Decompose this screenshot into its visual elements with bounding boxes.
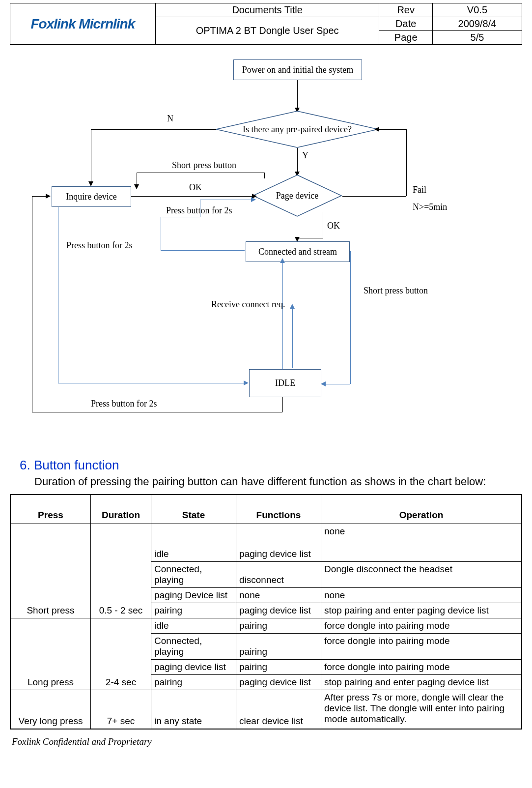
flow-start-box: Power on and initial the system [233, 59, 362, 80]
cell-state: Connected, playing [151, 633, 236, 659]
th-operation: Operation [321, 495, 522, 524]
flow-press2s-label-b: Press button for 2s [66, 240, 133, 251]
cell-op: force dongle into pairing mode [321, 659, 522, 674]
cell-func: none [236, 587, 321, 603]
flow-page-text: Page device [253, 175, 341, 217]
flow-receive-label: Receive connect req. [211, 299, 285, 310]
cell-op: none [321, 587, 522, 603]
cell-func: clear device list [236, 690, 321, 729]
flow-ok-label-2: OK [327, 221, 340, 231]
flow-ok-label-1: OK [189, 182, 202, 193]
flow-n-label: N [167, 114, 173, 124]
footer-text: Foxlink Confidential and Proprietary [12, 736, 522, 747]
page-value: 5/5 [432, 31, 522, 45]
cell-op: force dongle into pairing mode [321, 633, 522, 659]
cell-press-0: Short press [10, 524, 91, 618]
cell-func: paging device list [236, 674, 321, 690]
flow-press2s-label-c: Press button for 2s [91, 399, 157, 409]
cell-func: disconnect [236, 561, 321, 587]
th-functions: Functions [236, 495, 321, 524]
flow-decision-text: Is there any pre-paired device? [216, 111, 378, 148]
th-state: State [151, 495, 236, 524]
cell-op: After press 7s or more, dongle will clea… [321, 690, 522, 729]
doc-header-table: Foxlink Micrnlink Documents Title Rev V0… [10, 3, 522, 45]
cell-duration-1: 2-4 sec [91, 618, 151, 690]
cell-state: in any state [151, 690, 236, 729]
rev-label: Rev [379, 3, 432, 17]
flow-fail-cond-label: N>=5min [413, 202, 447, 212]
cell-func: pairing [236, 618, 321, 633]
cell-op: Dongle disconnect the headset [321, 561, 522, 587]
cell-duration-2: 7+ sec [91, 690, 151, 729]
button-function-table: Press Duration State Functions Operation… [10, 494, 522, 730]
cell-func: pairing [236, 633, 321, 659]
section-intro: Duration of pressing the pairing button … [34, 475, 522, 489]
flow-fail-label: Fail [413, 185, 426, 195]
cell-press-2: Very long press [10, 690, 91, 729]
cell-func: paging device list [236, 603, 321, 618]
th-press: Press [10, 495, 91, 524]
cell-state: pairing [151, 674, 236, 690]
flow-short-press-label-2: Short press button [364, 286, 428, 296]
cell-op: none [321, 524, 522, 561]
cell-state: idle [151, 618, 236, 633]
cell-press-1: Long press [10, 618, 91, 690]
cell-state: pairing [151, 603, 236, 618]
date-value: 2009/8/4 [432, 17, 522, 31]
cell-state: paging device list [151, 659, 236, 674]
logo-text: Foxlink Micrnlink [31, 16, 135, 32]
logo: Foxlink Micrnlink [10, 3, 155, 44]
cell-func: paging device list [236, 524, 321, 561]
flow-idle-box: IDLE [249, 369, 321, 397]
cell-func: pairing [236, 659, 321, 674]
flow-y-label: Y [302, 150, 308, 161]
rev-value: V0.5 [432, 3, 522, 17]
th-duration: Duration [91, 495, 151, 524]
flow-connected-box: Connected and stream [246, 241, 350, 262]
doc-title-label: Documents Title [155, 3, 379, 17]
logo-cell: Foxlink Micrnlink [10, 3, 156, 45]
cell-op: stop pairing and enter paging device lis… [321, 603, 522, 618]
flow-press2s-label-a: Press button for 2s [166, 205, 232, 216]
cell-op: force dongle into pairing mode [321, 618, 522, 633]
cell-duration-0: 0.5 - 2 sec [91, 524, 151, 618]
page-label: Page [379, 31, 432, 45]
cell-op: stop pairing and enter paging device lis… [321, 674, 522, 690]
cell-state: paging Device list [151, 587, 236, 603]
flow-short-press-label-1: Short press button [172, 160, 236, 171]
flow-inquire-box: Inquire device [52, 186, 131, 207]
section-heading: 6. Button function [20, 458, 522, 473]
cell-state: idle [151, 524, 236, 561]
cell-state: Connected, playing [151, 561, 236, 587]
flowchart: Power on and initial the system Is there… [10, 55, 522, 443]
date-label: Date [379, 17, 432, 31]
doc-title: OPTIMA 2 BT Dongle User Spec [155, 17, 379, 45]
